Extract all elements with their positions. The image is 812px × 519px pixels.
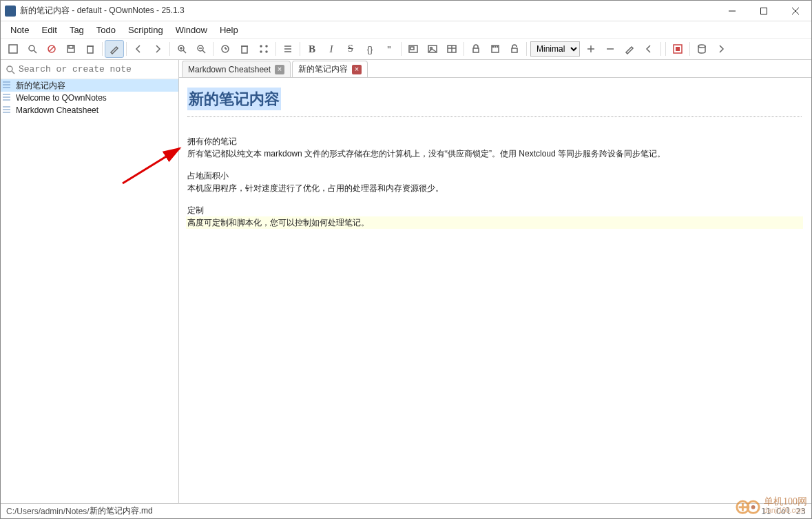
- doc-subtitle-2: 占地面积小: [187, 170, 802, 182]
- note-icon: [2, 81, 13, 90]
- close-icon[interactable]: ×: [352, 65, 362, 74]
- menu-todo[interactable]: Todo: [91, 23, 121, 37]
- status-path-prefix: C:/Users/admin/Notes/: [6, 507, 90, 516]
- svg-point-5: [29, 45, 34, 51]
- doc-subtitle-3: 定制: [187, 204, 802, 216]
- statusbar: C:/Users/admin/Notes/新的笔记内容.md 11 Col 23: [1, 503, 811, 518]
- sidebar: 新的笔记内容 Welcome to QOwnNotes Markdown Che…: [1, 60, 179, 503]
- strike-button[interactable]: S: [341, 40, 360, 58]
- tab-label: 新的笔记内容: [298, 63, 348, 75]
- svg-point-26: [266, 45, 267, 47]
- trash-button[interactable]: [235, 40, 254, 58]
- svg-line-19: [202, 50, 205, 53]
- unlock-button[interactable]: [505, 40, 524, 58]
- close-icon[interactable]: ×: [275, 65, 284, 74]
- note-item[interactable]: Markdown Cheatsheet: [1, 104, 178, 116]
- menubar: Note Edit Tag Todo Scripting Window Help: [1, 21, 811, 38]
- note-item-label: Markdown Cheatsheet: [16, 105, 98, 115]
- window-title: 新的笔记内容 - default - QOwnNotes - 25.1.3: [20, 5, 716, 17]
- window-controls: [716, 1, 811, 21]
- edit-mode-button[interactable]: [105, 40, 124, 58]
- svg-rect-44: [512, 48, 517, 52]
- distraction-free-button[interactable]: [254, 40, 273, 58]
- svg-rect-11: [87, 46, 93, 53]
- note-icon: [2, 93, 13, 103]
- remove-workspace-button[interactable]: [601, 40, 620, 58]
- minimize-button[interactable]: [716, 1, 748, 21]
- panel-toggle-button[interactable]: [668, 40, 687, 58]
- svg-rect-23: [242, 46, 247, 53]
- add-workspace-button[interactable]: [581, 40, 601, 58]
- svg-line-16: [183, 50, 186, 53]
- rename-workspace-button[interactable]: [620, 40, 639, 58]
- note-item-label: Welcome to QOwnNotes: [16, 93, 107, 103]
- svg-rect-1: [761, 8, 767, 14]
- tab-markdown-cheatsheet[interactable]: Markdown Cheatsheet ×: [182, 61, 291, 77]
- time-button[interactable]: [216, 40, 235, 58]
- note-item[interactable]: Welcome to QOwnNotes: [1, 92, 178, 104]
- svg-rect-33: [410, 47, 414, 50]
- insert-image-button[interactable]: [423, 40, 442, 58]
- tabs: Markdown Cheatsheet × 新的笔记内容 ×: [179, 60, 811, 78]
- svg-point-50: [698, 45, 705, 48]
- list-button[interactable]: [278, 40, 298, 58]
- encrypt-button[interactable]: [486, 40, 505, 58]
- editor[interactable]: 新的笔记内容 拥有你的笔记 所有笔记都以纯文本 markdown 文件的形式存储…: [179, 78, 811, 503]
- insert-table-button[interactable]: [442, 40, 461, 58]
- more-button[interactable]: [711, 40, 731, 58]
- svg-point-25: [260, 45, 262, 47]
- workspace-menu-button[interactable]: [639, 40, 658, 58]
- close-button[interactable]: [780, 1, 811, 21]
- menu-window[interactable]: Window: [170, 23, 213, 37]
- workspace-select[interactable]: Minimal: [530, 41, 580, 57]
- zoom-in-button[interactable]: [172, 40, 191, 58]
- delete-button[interactable]: [81, 40, 100, 58]
- lock-button[interactable]: [466, 40, 486, 58]
- search-row: [1, 60, 178, 79]
- bold-button[interactable]: B: [302, 40, 322, 58]
- svg-rect-4: [9, 45, 17, 53]
- doc-paragraph-3: 高度可定制和脚本化，您可以控制如何处理笔记。: [186, 216, 803, 229]
- svg-rect-10: [69, 45, 73, 48]
- disable-button[interactable]: [42, 40, 61, 58]
- note-list[interactable]: 新的笔记内容 Welcome to QOwnNotes Markdown Che…: [1, 79, 178, 503]
- menu-scripting[interactable]: Scripting: [123, 23, 169, 37]
- tab-current-note[interactable]: 新的笔记内容 ×: [292, 61, 368, 77]
- italic-button[interactable]: I: [322, 40, 341, 58]
- doc-paragraph-2: 本机应用程序，针对速度进行了优化，占用的处理器和内存资源很少。: [187, 182, 802, 194]
- doc-heading: 新的笔记内容: [187, 88, 281, 110]
- document-content: 新的笔记内容 拥有你的笔记 所有笔记都以纯文本 markdown 文件的形式存储…: [187, 88, 802, 229]
- svg-line-52: [12, 71, 14, 74]
- new-note-button[interactable]: [3, 40, 23, 58]
- maximize-button[interactable]: [748, 1, 780, 21]
- back-button[interactable]: [129, 40, 148, 58]
- status-cursor-position: 11 Col 23: [761, 507, 806, 516]
- menu-note[interactable]: Note: [5, 23, 34, 37]
- search-button[interactable]: [23, 40, 42, 58]
- svg-rect-49: [676, 47, 680, 51]
- database-button[interactable]: [692, 40, 711, 58]
- heading-underline: [187, 112, 802, 117]
- svg-point-43: [497, 47, 498, 48]
- save-button[interactable]: [61, 40, 81, 58]
- svg-point-42: [495, 47, 496, 48]
- forward-button[interactable]: [148, 40, 167, 58]
- svg-line-8: [49, 46, 54, 52]
- svg-point-28: [266, 51, 267, 52]
- note-item[interactable]: 新的笔记内容: [1, 79, 178, 92]
- doc-paragraph-1: 所有笔记都以纯文本 markdown 文件的形式存储在您的计算机上，没有“供应商…: [187, 147, 802, 160]
- zoom-out-button[interactable]: [191, 40, 211, 58]
- insert-link-button[interactable]: [404, 40, 423, 58]
- app-icon: [5, 6, 16, 17]
- note-item-label: 新的笔记内容: [16, 80, 65, 92]
- search-input[interactable]: [19, 64, 174, 74]
- svg-rect-39: [473, 48, 479, 52]
- menu-help[interactable]: Help: [214, 23, 244, 37]
- svg-point-41: [493, 47, 494, 48]
- code-button[interactable]: {}: [360, 40, 379, 58]
- menu-tag[interactable]: Tag: [64, 23, 90, 37]
- note-icon: [2, 105, 13, 115]
- blockquote-button[interactable]: ": [379, 40, 399, 58]
- menu-edit[interactable]: Edit: [36, 23, 62, 37]
- titlebar: 新的笔记内容 - default - QOwnNotes - 25.1.3: [1, 1, 811, 21]
